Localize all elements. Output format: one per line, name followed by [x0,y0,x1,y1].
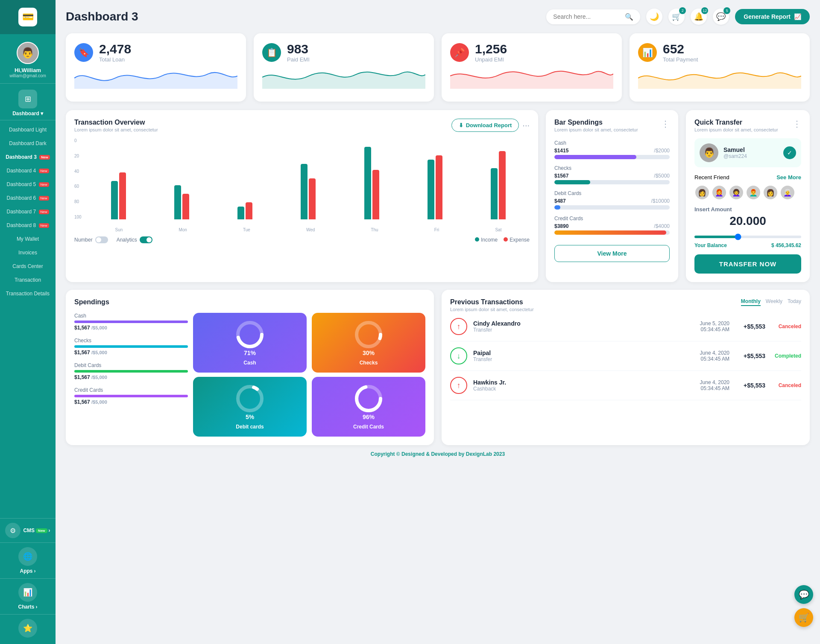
main-content: Dashboard 3 🔍 🌙 🛒 2 🔔 12 💬 5 Generate Re… [56,0,820,644]
bar-spendings-more-btn[interactable]: ⋮ [661,119,670,129]
apps-label[interactable]: Apps › [20,568,36,574]
sidebar-item-dashboard-dark[interactable]: Dashboard Dark [0,137,56,150]
bar-teal [491,168,498,219]
amount-label: Insert Amount [694,206,801,213]
dashboard-icon-btn[interactable]: ⊞ [18,90,37,108]
cms-icon: ⚙ [5,523,20,538]
tx-status-2: Completed [771,353,801,359]
chart-legend: Number Analytics Income Expense [74,236,530,243]
debit-total: /$10000 [651,198,670,204]
amount-slider[interactable] [694,236,801,238]
stat-card-top: 🔖 2,478 Total Loan [74,42,237,63]
debit-amount: $487 [554,198,566,204]
apps-icon[interactable]: 🌐 [18,547,37,566]
apps-section: 🌐 Apps › [0,542,56,578]
tx-type-1: Transfer [473,327,521,333]
qt-title: Quick Transfer [694,119,778,126]
bars-container [87,138,530,219]
friend-avatar-2[interactable]: 👩‍🦰 [712,185,727,200]
sidebar-item-dashboard3[interactable]: Dashboard 3 New [0,150,56,164]
sidebar-item-dashboard5[interactable]: Dashboard 5 New [0,178,56,191]
tab-monthly[interactable]: Monthly [741,298,761,306]
float-cart-btn[interactable]: 🛒 [794,608,813,627]
charts-label[interactable]: Charts › [18,604,37,610]
transaction-overview-card: Transaction Overview Lorem ipsum dolor s… [66,110,538,282]
sidebar-item-invoices[interactable]: Invoices [0,246,56,259]
float-support-btn[interactable]: 💬 [794,585,813,604]
svg-point-4 [357,323,381,347]
sidebar-item-transaction-details[interactable]: Transaction Details [0,287,56,300]
transfer-now-button[interactable]: TRANSFER NOW [694,254,801,274]
stat-label-loan: Total Loan [99,56,131,63]
bar-red [119,172,126,219]
tab-today[interactable]: Today [788,298,801,306]
number-toggle[interactable] [95,236,108,243]
header-right: 🔍 🌙 🛒 2 🔔 12 💬 5 Generate Report 📈 [546,9,810,25]
see-more-link[interactable]: See More [776,174,801,181]
sidebar-item-my-wallet[interactable]: My Wallet [0,232,56,246]
more-options-button[interactable]: ··· [522,120,530,130]
sidebar-item-dashboard7[interactable]: Dashboard 7 New [0,205,56,219]
view-more-button[interactable]: View More [554,245,670,262]
download-report-button[interactable]: ⬇ Download Report [451,119,519,132]
tx-icon-up: ↑ [450,377,467,394]
spending-bar-credit: Credit Cards $3890 /$4000 [554,216,670,235]
sidebar-item-dashboard8[interactable]: Dashboard 8 New [0,219,56,232]
quick-transfer-card: Quick Transfer Lorem ipsum dolor sit ame… [686,110,810,282]
search-icon[interactable]: 🔍 [625,13,633,21]
generate-report-button[interactable]: Generate Report 📈 [735,9,810,24]
sidebar-user: 👨 Hi,William william@gmail.com [0,34,56,84]
qt-check-icon[interactable]: ✓ [783,146,796,159]
bar-group-wed [301,164,316,219]
moon-icon-btn[interactable]: 🌙 [646,9,662,25]
donut-label-checks: Checks [360,360,378,366]
sidebar-item-dashboard6[interactable]: Dashboard 6 New [0,191,56,205]
stat-card-paid-emi: 📋 983 Paid EMI [254,33,434,102]
chat-icon-btn[interactable]: 💬 5 [713,9,729,25]
qt-subtitle: Lorem ipsum dolor sit amet, consectetur [694,127,778,132]
charts-icon[interactable]: 📊 [18,583,37,602]
qt-more-btn[interactable]: ⋮ [793,119,801,129]
bell-icon-btn[interactable]: 🔔 12 [691,9,707,25]
friend-avatar-1[interactable]: 👩 [694,185,710,200]
favorites-icon[interactable]: ⭐ [18,619,37,638]
spending-list: Cash $1,567 /$5,000 Checks $1,567 /$5,00… [74,313,188,412]
spendings-card: Spendings Cash $1,567 /$5,000 Checks $1,… [66,290,434,445]
cms-section: ⚙ CMS New › [0,518,56,542]
logo-icon[interactable]: 💳 [18,8,37,26]
floating-buttons: 💬 🛒 [794,585,813,627]
analytics-toggle[interactable] [140,236,152,243]
prev-tx-subtitle: Lorem ipsum dolor sit amet, consectetur [450,307,534,312]
donut-chart-debit [235,384,265,414]
checks-amount: $1567 [554,173,568,179]
dashboard-nav[interactable]: ⊞ Dashboard ▾ [0,84,56,120]
sidebar-item-dashboard4[interactable]: Dashboard 4 New [0,164,56,178]
bar-group-sun [111,172,126,219]
prev-tx-header: Previous Transactions Lorem ipsum dolor … [450,298,801,312]
spending-bar-cash: Cash $1415 /$2000 [554,140,670,159]
cms-btn[interactable]: ⚙ CMS New › [3,523,52,538]
donut-chart-credit [354,384,384,414]
donut-chart-checks [354,320,384,350]
spending-item-credit: Credit Cards $1,567 /$5,000 [74,387,188,405]
search-input[interactable] [553,13,621,20]
sidebar-item-dashboard-light[interactable]: Dashboard Light [0,123,56,137]
donut-pct-debit: 5% [246,414,254,420]
prev-tx-title: Previous Transactions [450,298,534,306]
friend-avatar-4[interactable]: 👨‍🦰 [746,185,761,200]
friend-avatar-5[interactable]: 👩 [763,185,778,200]
cart-icon-btn[interactable]: 🛒 2 [668,9,685,25]
spending-bar-checks: Checks $1567 /$5000 [554,165,670,184]
stat-card-total-loan: 🔖 2,478 Total Loan [66,33,246,102]
donut-chart-cash [235,320,265,350]
sidebar-item-cards-center[interactable]: Cards Center [0,259,56,273]
tab-weekly[interactable]: Weekly [766,298,782,306]
sidebar-item-transaction[interactable]: Transaction [0,273,56,287]
chart-x-labels: Sun Mon Tue Wed Thu Fri Sat [87,227,530,232]
tx-overview-header: Transaction Overview Lorem ipsum dolor s… [74,119,530,132]
friend-avatar-6[interactable]: 👩‍🦳 [780,185,795,200]
tx-status-1: Canceled [771,323,801,329]
stat-icon-paid: 📋 [262,43,281,62]
friend-avatar-3[interactable]: 👩‍🦱 [729,185,744,200]
chat-badge: 5 [723,7,730,14]
